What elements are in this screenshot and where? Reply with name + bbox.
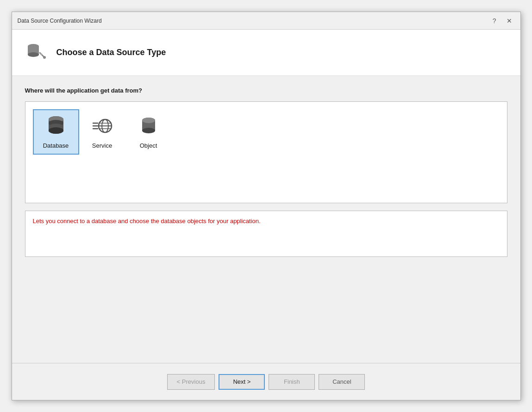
object-label: Object [140, 142, 157, 149]
svg-point-23 [142, 128, 155, 133]
database-label: Database [43, 142, 69, 149]
datasource-item-database[interactable]: Database [33, 109, 79, 155]
close-button[interactable]: ✕ [504, 17, 515, 25]
cancel-button[interactable]: Cancel [319, 374, 365, 390]
content-section: Where will the application get data from… [12, 76, 520, 363]
service-icon [91, 115, 113, 138]
svg-point-24 [142, 118, 155, 123]
description-box: Lets you connect to a database and choos… [25, 211, 507, 257]
help-button[interactable]: ? [490, 17, 499, 25]
svg-point-5 [40, 53, 42, 55]
title-bar: Data Source Configuration Wizard ? ✕ [12, 12, 520, 30]
dialog-window: Data Source Configuration Wizard ? ✕ Cho… [12, 12, 521, 400]
datasource-item-object[interactable]: Object [125, 109, 172, 155]
svg-point-2 [28, 52, 39, 57]
finish-button[interactable]: Finish [269, 374, 315, 390]
datasource-grid: Database [25, 101, 507, 203]
database-icon [45, 115, 67, 138]
header-icon [25, 41, 49, 65]
service-label: Service [92, 142, 112, 149]
previous-button[interactable]: < Previous [167, 374, 215, 390]
title-bar-left: Data Source Configuration Wizard [18, 18, 102, 24]
svg-point-12 [49, 127, 63, 134]
footer: < Previous Next > Finish Cancel [12, 363, 520, 400]
svg-point-4 [43, 56, 46, 59]
dialog-title: Data Source Configuration Wizard [18, 18, 102, 24]
page-title: Choose a Data Source Type [56, 48, 166, 57]
description-text: Lets you connect to a database and choos… [33, 218, 261, 225]
object-icon [138, 115, 160, 138]
header-section: Choose a Data Source Type [12, 30, 520, 76]
question-label: Where will the application get data from… [25, 87, 507, 94]
next-button[interactable]: Next > [219, 374, 265, 390]
title-bar-buttons: ? ✕ [490, 17, 515, 25]
datasource-item-service[interactable]: Service [79, 109, 125, 155]
